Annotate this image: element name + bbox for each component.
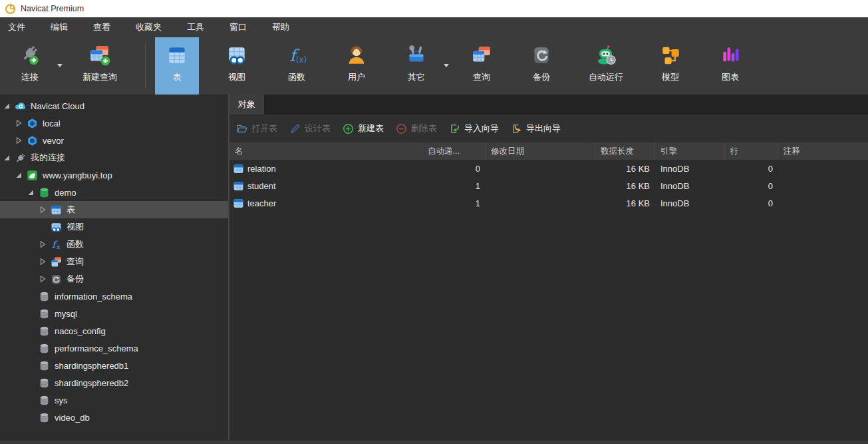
column-header-data-length[interactable]: 数据长度 — [595, 142, 655, 160]
tree-item-my-connections[interactable]: 我的连接 — [0, 149, 228, 166]
toolbar-button-label: 表 — [173, 71, 182, 83]
expander-collapsed-icon[interactable] — [39, 275, 47, 283]
tree-item-vevor[interactable]: vevor — [0, 132, 228, 149]
column-header-rows[interactable]: 行 — [725, 142, 778, 160]
cell-rows: 0 — [725, 160, 778, 177]
toolbar-button-model[interactable]: 模型 — [649, 37, 692, 95]
expander-collapsed-icon[interactable] — [39, 240, 47, 248]
tree-item-shardingspheredb2[interactable]: shardingspheredb2 — [0, 374, 228, 391]
toolbar-button-users[interactable]: 用户 — [335, 37, 378, 95]
connection-new-icon — [19, 44, 41, 67]
tree-item-nacos-config[interactable]: nacos_config — [0, 322, 228, 339]
menu-item-edit[interactable]: 编辑 — [48, 21, 71, 33]
tree-item-information-schema[interactable]: information_schema — [0, 288, 228, 305]
column-header-name[interactable]: 名 — [229, 142, 422, 160]
cell-rows: 0 — [725, 194, 778, 212]
column-header-auto-increment[interactable]: 自动递... — [422, 142, 486, 160]
new-table-icon — [343, 123, 354, 134]
expander-collapsed-icon[interactable] — [15, 119, 23, 127]
table-row[interactable]: relation016 KBInnoDB0 — [229, 160, 868, 177]
menu-item-window[interactable]: 窗口 — [227, 21, 249, 33]
query-icon — [470, 44, 493, 67]
object-table-header: 名自动递...修改日期数据长度引擎行注释 — [229, 142, 868, 160]
cell-data-length: 16 KB — [595, 194, 655, 212]
plug-icon — [15, 152, 26, 164]
tree-item-label: performance_schema — [55, 343, 138, 353]
menu-item-favorites[interactable]: 收藏夹 — [133, 21, 164, 33]
toolbar-button-label: 用户 — [348, 71, 365, 83]
tree-item-tables[interactable]: 表 — [0, 201, 228, 218]
user-icon — [345, 44, 368, 67]
cell-engine: InnoDB — [655, 194, 725, 212]
tree-item-label: 视图 — [67, 221, 84, 233]
expander-expanded-icon[interactable] — [15, 171, 23, 179]
menu-item-file[interactable]: 文件 — [5, 21, 28, 33]
table-name-text: teacher — [247, 198, 276, 208]
dropdown-caret-icon — [443, 59, 450, 64]
cell-comment — [778, 177, 868, 194]
tree-item-queries[interactable]: 查询 — [0, 253, 228, 270]
expander-collapsed-icon[interactable] — [39, 206, 47, 214]
expander-spacer — [27, 327, 35, 335]
toolbar-button-charts[interactable]: 图表 — [708, 37, 752, 95]
expander-expanded-icon[interactable] — [3, 154, 11, 162]
menu-item-tools[interactable]: 工具 — [184, 21, 207, 33]
cell-data-length: 16 KB — [595, 177, 655, 194]
cell-name: student — [229, 177, 422, 194]
expander-expanded-icon[interactable] — [3, 102, 11, 110]
expander-collapsed-icon[interactable] — [39, 258, 47, 266]
tree-item-mysql[interactable]: mysql — [0, 305, 228, 322]
tree-item-functions[interactable]: fx函数 — [0, 236, 228, 253]
tree-item-views[interactable]: 视图 — [0, 218, 228, 236]
tree-item-demo[interactable]: demo — [0, 184, 228, 201]
tree-item-label: Navicat Cloud — [31, 101, 84, 111]
tree-item-backups[interactable]: 备份 — [0, 270, 228, 288]
tree-item-label: video_db — [55, 413, 90, 423]
table-row[interactable]: teacher116 KBInnoDB0 — [229, 194, 868, 212]
toolbar-button-connect[interactable]: 连接 — [8, 37, 52, 95]
expander-spacer — [27, 292, 35, 300]
tree-item-performance-schema[interactable]: performance_schema — [0, 339, 228, 357]
tab-strip: 对象 — [229, 95, 868, 114]
expander-collapsed-icon[interactable] — [15, 136, 23, 144]
object-toolbar-import-wizard-button[interactable]: 导入向导 — [449, 122, 499, 134]
expander-spacer — [27, 361, 35, 369]
tree-item-navicat-cloud[interactable]: Navicat Cloud — [0, 97, 228, 114]
tree-item-label: shardingspheredb1 — [55, 361, 128, 371]
table-icon — [166, 44, 188, 67]
object-toolbar-button-label: 新建表 — [358, 122, 384, 134]
column-header-modify-date[interactable]: 修改日期 — [486, 142, 595, 160]
object-toolbar-new-table-button[interactable]: 新建表 — [343, 122, 384, 134]
menu-item-help[interactable]: 帮助 — [269, 21, 292, 33]
navicat-logo-icon — [5, 3, 16, 15]
toolbar-button-backup[interactable]: 备份 — [519, 37, 563, 95]
object-toolbar: 打开表设计表新建表删除表导入向导导出向导 — [229, 114, 868, 142]
toolbar-button-functions[interactable]: f(x)函数 — [275, 37, 319, 95]
expander-spacer — [27, 413, 35, 421]
toolbar-button-views[interactable]: 视图 — [215, 37, 259, 95]
view-icon — [225, 44, 248, 67]
column-header-engine[interactable]: 引擎 — [655, 142, 725, 160]
object-toolbar-export-wizard-button[interactable]: 导出向导 — [511, 122, 561, 134]
chart-icon — [719, 44, 742, 67]
toolbar-button-automation[interactable]: 自动运行 — [579, 37, 633, 95]
column-header-comment[interactable]: 注释 — [778, 142, 868, 160]
tree-item-label: vevor — [43, 136, 64, 146]
cell-auto-increment: 1 — [422, 194, 486, 212]
expander-expanded-icon[interactable] — [27, 188, 35, 196]
object-toolbar-delete-table-button: 删除表 — [396, 122, 437, 134]
main-panel: 对象 打开表设计表新建表删除表导入向导导出向导 名自动递...修改日期数据长度引… — [229, 95, 868, 441]
toolbar-button-tables[interactable]: 表 — [155, 37, 199, 95]
tree-item-shardingspheredb1[interactable]: shardingspheredb1 — [0, 357, 228, 374]
toolbar-button-query[interactable]: 查询 — [460, 37, 504, 95]
tree-item-sys[interactable]: sys — [0, 391, 228, 409]
table-row[interactable]: student116 KBInnoDB0 — [229, 177, 868, 194]
toolbar-button-new-query[interactable]: 新建查询 — [73, 37, 126, 95]
tree-item-www-yangbuyi-top[interactable]: www.yangbuyi.top — [0, 166, 228, 184]
toolbar-button-others[interactable]: 其它 — [394, 37, 438, 95]
tree-item-local[interactable]: local — [0, 114, 228, 132]
tab-objects[interactable]: 对象 — [229, 95, 264, 114]
tree-item-video-db[interactable]: video_db — [0, 409, 228, 426]
menu-item-view[interactable]: 查看 — [90, 21, 113, 33]
database-gray-icon — [39, 291, 50, 302]
